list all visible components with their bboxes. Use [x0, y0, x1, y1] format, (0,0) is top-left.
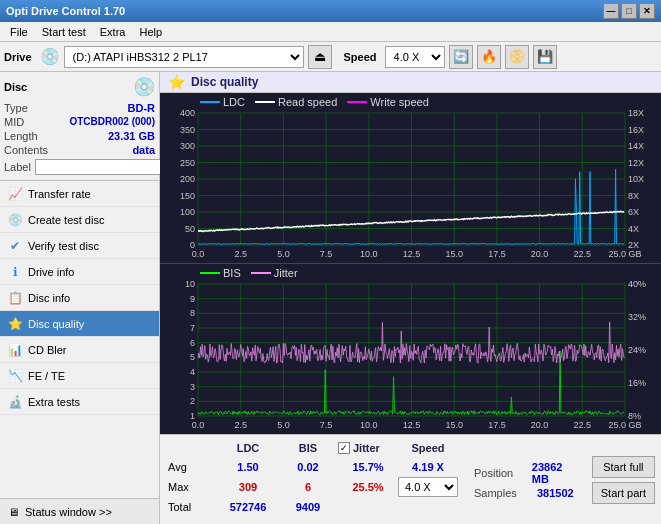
- read-speed-legend-color: [255, 101, 275, 103]
- sidebar-item-verify-test-disc[interactable]: ✔ Verify test disc: [0, 233, 159, 259]
- sidebar-item-label: Disc quality: [28, 318, 84, 330]
- menu-help[interactable]: Help: [133, 24, 168, 40]
- ldc-legend-color: [200, 101, 220, 103]
- sidebar: Disc 💿 Type BD-R MID OTCBDR002 (000) Len…: [0, 72, 160, 524]
- burn-button[interactable]: 🔥: [477, 45, 501, 69]
- sidebar-item-label: CD Bler: [28, 344, 67, 356]
- drive-info-icon: ℹ: [8, 265, 22, 279]
- speed-select[interactable]: 4.0 X: [385, 46, 445, 68]
- disc-contents-row: Contents data: [4, 144, 155, 156]
- menu-starttest[interactable]: Start test: [36, 24, 92, 40]
- samples-value: 381502: [537, 487, 574, 499]
- sidebar-item-fe-te[interactable]: 📉 FE / TE: [0, 363, 159, 389]
- sidebar-item-transfer-rate[interactable]: 📈 Transfer rate: [0, 181, 159, 207]
- sidebar-item-drive-info[interactable]: ℹ Drive info: [0, 259, 159, 285]
- jitter-legend-label: Jitter: [274, 267, 298, 279]
- stats-jitter-max: 25.5%: [338, 481, 398, 493]
- chart2-legend: BIS Jitter: [200, 267, 298, 279]
- drive-icon: 💿: [40, 47, 60, 66]
- stats-ldc-header: LDC: [218, 442, 278, 454]
- jitter-checkbox-label: Jitter: [353, 442, 380, 454]
- ldc-legend: LDC: [200, 96, 245, 108]
- refresh-button[interactable]: 🔄: [449, 45, 473, 69]
- sidebar-menu: 📈 Transfer rate 💿 Create test disc ✔ Ver…: [0, 181, 159, 498]
- disc-mid-value: OTCBDR002 (000): [69, 116, 155, 128]
- disc-length-label: Length: [4, 130, 38, 142]
- position-value: 23862 MB: [532, 461, 578, 485]
- sidebar-item-label: Disc info: [28, 292, 70, 304]
- drive-select[interactable]: (D:) ATAPI iHBS312 2 PL17: [64, 46, 304, 68]
- disc-contents-value: data: [132, 144, 155, 156]
- disc-panel: Disc 💿 Type BD-R MID OTCBDR002 (000) Len…: [0, 72, 159, 181]
- sidebar-item-disc-info[interactable]: 📋 Disc info: [0, 285, 159, 311]
- stats-speed-header: Speed: [398, 442, 458, 454]
- stats-ldc-total: 572746: [218, 501, 278, 513]
- sidebar-item-extra-tests[interactable]: 🔬 Extra tests: [0, 389, 159, 415]
- speed-dropdown[interactable]: 4.0 X: [398, 477, 458, 497]
- stats-jitter-check[interactable]: ✓ Jitter: [338, 442, 398, 454]
- samples-row: Samples 381502: [474, 487, 578, 499]
- disc-quality-title: Disc quality: [191, 75, 258, 89]
- stats-table: LDC BIS ✓ Jitter Speed Avg 1.50 0.02 15.…: [160, 435, 466, 524]
- speed-label: Speed: [344, 51, 377, 63]
- stats-bis-header: BIS: [278, 442, 338, 454]
- chart2: BIS Jitter: [160, 263, 661, 434]
- position-row: Position 23862 MB: [474, 461, 578, 485]
- disc-panel-icon: 💿: [133, 76, 155, 98]
- sidebar-item-create-test-disc[interactable]: 💿 Create test disc: [0, 207, 159, 233]
- menu-bar: File Start test Extra Help: [0, 22, 661, 42]
- app-title: Opti Drive Control 1.70: [6, 5, 125, 17]
- disc-quality-icon: ⭐: [8, 317, 22, 331]
- status-window-label: Status window >>: [25, 506, 112, 518]
- jitter-checkbox[interactable]: ✓: [338, 442, 350, 454]
- sidebar-item-cd-bler[interactable]: 📊 CD Bler: [0, 337, 159, 363]
- disc-quality-header: ⭐ Disc quality: [160, 72, 661, 93]
- stats-header-row: LDC BIS ✓ Jitter Speed: [168, 439, 458, 457]
- disc-button[interactable]: 📀: [505, 45, 529, 69]
- status-window-icon: 🖥: [8, 506, 19, 518]
- stats-avg-label: Avg: [168, 461, 218, 473]
- drive-toolbar: Drive 💿 (D:) ATAPI iHBS312 2 PL17 ⏏ Spee…: [0, 42, 661, 72]
- chart1-legend: LDC Read speed Write speed: [200, 96, 429, 108]
- window-controls: — □ ✕: [603, 3, 655, 19]
- stats-ldc-max: 309: [218, 481, 278, 493]
- save-button[interactable]: 💾: [533, 45, 557, 69]
- disc-label-row: Label 🔍: [4, 158, 155, 176]
- disc-label-input[interactable]: [35, 159, 168, 175]
- start-part-button[interactable]: Start part: [592, 482, 655, 504]
- disc-length-value: 23.31 GB: [108, 130, 155, 142]
- ldc-legend-label: LDC: [223, 96, 245, 108]
- maximize-button[interactable]: □: [621, 3, 637, 19]
- status-window-button[interactable]: 🖥 Status window >>: [0, 498, 159, 524]
- close-button[interactable]: ✕: [639, 3, 655, 19]
- bis-legend-color: [200, 272, 220, 274]
- disc-info-icon: 📋: [8, 291, 22, 305]
- disc-mid-row: MID OTCBDR002 (000): [4, 116, 155, 128]
- start-full-button[interactable]: Start full: [592, 456, 655, 478]
- sidebar-item-disc-quality[interactable]: ⭐ Disc quality: [0, 311, 159, 337]
- disc-contents-label: Contents: [4, 144, 48, 156]
- sidebar-item-label: Verify test disc: [28, 240, 99, 252]
- stats-panel: LDC BIS ✓ Jitter Speed Avg 1.50 0.02 15.…: [160, 434, 661, 524]
- stats-total-label: Total: [168, 501, 218, 513]
- disc-type-value: BD-R: [128, 102, 156, 114]
- stats-jitter-avg: 15.7%: [338, 461, 398, 473]
- disc-type-row: Type BD-R: [4, 102, 155, 114]
- eject-button[interactable]: ⏏: [308, 45, 332, 69]
- sidebar-item-label: Extra tests: [28, 396, 80, 408]
- bis-legend-label: BIS: [223, 267, 241, 279]
- action-buttons: Start full Start part: [586, 435, 661, 524]
- menu-extra[interactable]: Extra: [94, 24, 132, 40]
- disc-length-row: Length 23.31 GB: [4, 130, 155, 142]
- read-speed-legend: Read speed: [255, 96, 337, 108]
- stats-speed-dropdown-container[interactable]: 4.0 X: [398, 477, 458, 497]
- stats-bis-avg: 0.02: [278, 461, 338, 473]
- minimize-button[interactable]: —: [603, 3, 619, 19]
- chart2-canvas: [160, 264, 661, 434]
- charts-area: LDC Read speed Write speed: [160, 93, 661, 434]
- menu-file[interactable]: File: [4, 24, 34, 40]
- bis-legend: BIS: [200, 267, 241, 279]
- stats-speed-val: 4.19 X: [398, 461, 458, 473]
- chart1: LDC Read speed Write speed: [160, 93, 661, 263]
- stats-ldc-avg: 1.50: [218, 461, 278, 473]
